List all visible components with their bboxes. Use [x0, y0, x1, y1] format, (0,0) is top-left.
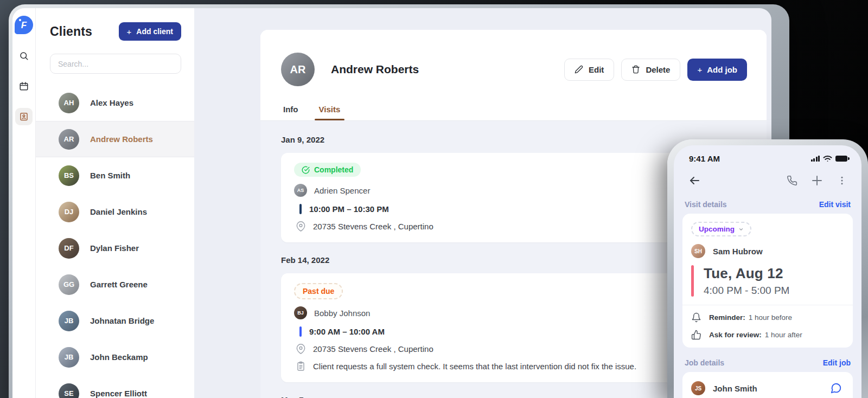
pencil-icon	[575, 65, 583, 74]
job-assignee-name: John Smith	[713, 384, 828, 393]
clients-title: Clients	[50, 24, 92, 39]
app-logo[interactable]: F	[15, 16, 33, 34]
client-row-garrett-greene[interactable]: GG Garrett Greene	[36, 266, 194, 303]
edit-client-button[interactable]: Edit	[564, 59, 614, 81]
client-row-spencer-elliott[interactable]: SE Spencer Elliott	[36, 375, 194, 398]
visit-card-past-due[interactable]: Past due BJ Bobby Johnson 9:00 AM – 10:0…	[281, 273, 676, 382]
assignee-avatar: SH	[691, 244, 705, 258]
client-name: John Beckamp	[90, 352, 148, 362]
avatar: DJ	[59, 202, 79, 222]
status-time: 9:41 AM	[689, 154, 720, 163]
delete-client-button[interactable]: Delete	[621, 59, 680, 81]
status-badge-completed: Completed	[294, 163, 361, 177]
upcoming-status-dropdown[interactable]: Upcoming	[691, 222, 751, 236]
client-row-dylan-fisher[interactable]: DF Dylan Fisher	[36, 230, 194, 266]
time-accent-bar	[299, 326, 302, 337]
assignee-avatar: JS	[691, 381, 705, 395]
reminder-label: Reminder:	[709, 313, 745, 322]
chat-bubble-icon[interactable]	[828, 380, 844, 396]
call-phone-icon[interactable]	[784, 173, 800, 188]
avatar: JB	[59, 311, 79, 331]
back-arrow-icon[interactable]	[686, 172, 703, 189]
client-row-alex-hayes[interactable]: AH Alex Hayes	[36, 85, 194, 121]
battery-icon	[835, 156, 847, 162]
wifi-icon	[823, 155, 832, 162]
visit-location: 20735 Stevens Creek , Cupertino	[313, 344, 433, 354]
client-row-john-beckamp[interactable]: JB John Beckamp	[36, 339, 194, 375]
status-label: Past due	[303, 287, 334, 296]
phone-nav-bar	[682, 172, 853, 189]
edit-label: Edit	[589, 65, 604, 74]
avatar: GG	[59, 274, 79, 295]
add-job-label: Add job	[707, 65, 737, 74]
date-accent-bar	[691, 265, 694, 297]
avatar: BS	[59, 165, 79, 186]
client-name: Johnatan Bridge	[90, 316, 154, 325]
plus-icon: +	[697, 66, 702, 74]
search-nav-icon[interactable]	[15, 47, 33, 65]
phone-overlay: 9:41 AM Visit details Edit visit	[667, 139, 868, 398]
reminder-value: 1 hour before	[749, 313, 792, 322]
add-client-button[interactable]: + Add client	[119, 22, 181, 41]
visit-card-completed[interactable]: Completed AS Adrien Spencer 10:00 PM – 1…	[281, 153, 676, 242]
divider	[682, 305, 853, 305]
client-row-ben-smith[interactable]: BS Ben Smith	[36, 157, 194, 194]
client-row-johnatan-bridge[interactable]: JB Johnatan Bridge	[36, 303, 194, 339]
visit-details-label: Visit details	[685, 200, 727, 209]
trash-icon	[631, 65, 640, 74]
assignee-avatar: BJ	[294, 306, 307, 319]
visit-time: 10:00 PM – 10:30 PM	[309, 204, 389, 214]
visit-time: 4:00 PM - 5:00 PM	[704, 285, 789, 297]
avatar: DF	[59, 238, 79, 259]
client-name: Garrett Greene	[90, 280, 148, 289]
avatar: JB	[59, 347, 79, 368]
add-plus-icon[interactable]	[808, 172, 826, 189]
kebab-menu-icon[interactable]	[834, 173, 850, 188]
ask-review-value: 1 hour after	[765, 331, 802, 339]
client-name: Dylan Fisher	[90, 243, 139, 253]
avatar: AR	[59, 129, 79, 150]
check-circle-icon	[302, 166, 310, 174]
calendar-nav-icon[interactable]	[15, 78, 33, 95]
cellular-signal-icon	[811, 156, 820, 162]
add-job-button[interactable]: + Add job	[687, 59, 747, 81]
avatar: AH	[59, 93, 79, 113]
add-client-label: Add client	[136, 27, 173, 36]
clients-panel: Clients + Add client AH Alex Hayes AR An…	[36, 8, 194, 398]
status-label: Upcoming	[699, 225, 735, 233]
thumb-up-icon	[691, 330, 701, 340]
phone-job-card: JS John Smith Cupertino	[682, 372, 853, 398]
visit-note: Client requests a full system check. It …	[313, 362, 636, 371]
visit-time: 9:00 AM – 10:00 AM	[309, 327, 385, 336]
client-search-input[interactable]	[50, 54, 181, 74]
visit-location: 20735 Stevens Creek , Cupertino	[313, 222, 433, 231]
client-detail-name: Andrew Roberts	[331, 63, 564, 76]
status-label: Completed	[314, 165, 353, 174]
client-row-daniel-jenkins[interactable]: DJ Daniel Jenkins	[36, 194, 194, 230]
edit-visit-link[interactable]: Edit visit	[819, 200, 851, 209]
ask-review-label: Ask for review:	[709, 331, 762, 339]
plus-icon: +	[127, 28, 132, 36]
client-name: Spencer Elliott	[90, 389, 147, 398]
client-name: Alex Hayes	[90, 98, 133, 107]
client-row-andrew-roberts[interactable]: AR Andrew Roberts	[36, 121, 194, 157]
delete-label: Delete	[646, 65, 670, 74]
assignee-name: Bobby Johnson	[314, 309, 370, 318]
time-accent-bar	[299, 204, 302, 214]
phone-visit-card: Upcoming SH Sam Hubrow Tue, Aug 12 4:00 …	[682, 214, 853, 348]
clipboard-note-icon	[296, 361, 306, 371]
edit-job-link[interactable]: Edit job	[823, 358, 851, 367]
chevron-down-icon	[738, 227, 744, 232]
map-pin-icon	[296, 221, 306, 232]
clients-nav-icon[interactable]	[15, 108, 33, 125]
avatar: SE	[59, 383, 79, 398]
detail-tabs: Info Visits	[281, 105, 747, 120]
tab-info[interactable]: Info	[281, 105, 301, 120]
assignee-avatar: AS	[294, 184, 307, 197]
job-details-label: Job details	[685, 358, 724, 367]
tab-visits[interactable]: Visits	[317, 105, 343, 120]
client-list: AH Alex Hayes AR Andrew Roberts BS Ben S…	[36, 85, 194, 398]
nav-rail: F	[12, 8, 36, 398]
assignee-name: Sam Hubrow	[713, 247, 844, 256]
status-badge-past-due: Past due	[294, 283, 343, 299]
